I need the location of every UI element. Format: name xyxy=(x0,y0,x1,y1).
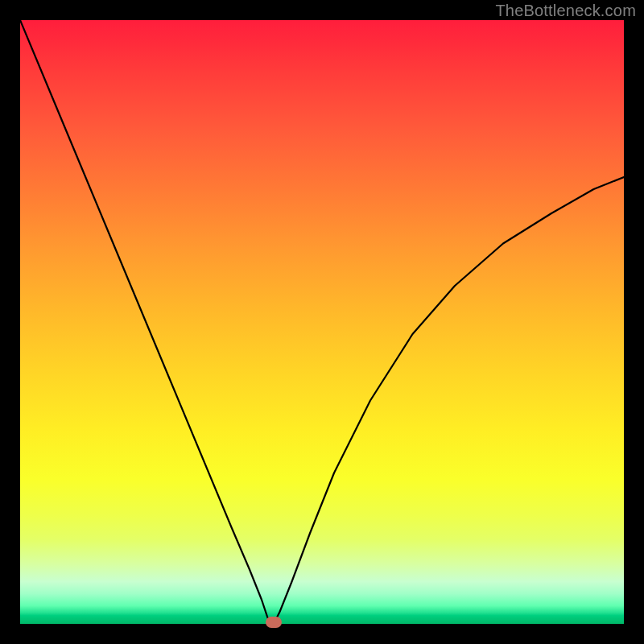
watermark-text: TheBottleneck.com xyxy=(495,2,636,20)
chart-frame: TheBottleneck.com xyxy=(0,0,644,644)
bottleneck-curve xyxy=(20,20,624,624)
plot-area xyxy=(20,20,624,624)
optimum-marker xyxy=(266,617,282,628)
